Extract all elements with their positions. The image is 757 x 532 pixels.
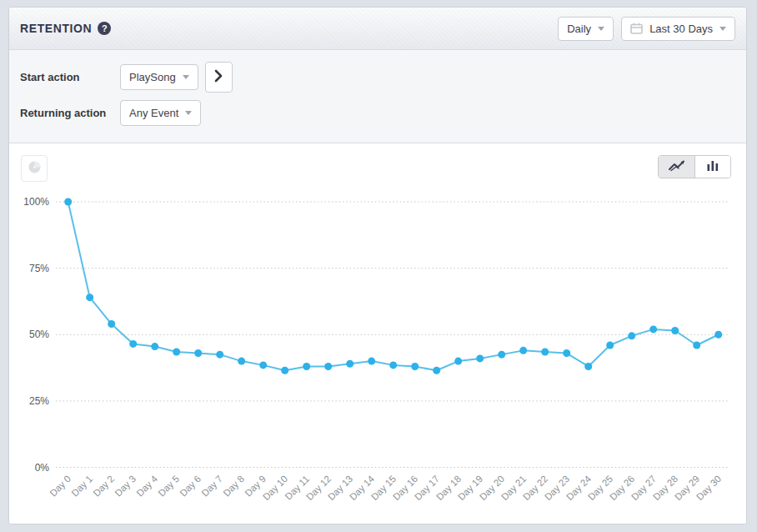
data-point[interactable] <box>151 343 158 350</box>
help-icon[interactable]: ? <box>98 22 111 35</box>
x-tick-label: Day 6 <box>178 474 203 499</box>
data-point[interactable] <box>584 363 592 370</box>
start-action-value: PlaySong <box>129 71 176 83</box>
y-tick-label: 0% <box>35 462 50 474</box>
data-point[interactable] <box>346 360 353 368</box>
title-wrap: RETENTION ? <box>20 22 111 35</box>
data-point[interactable] <box>476 354 484 362</box>
page-title: RETENTION <box>20 22 92 35</box>
data-point[interactable] <box>693 341 700 349</box>
data-point[interactable] <box>649 325 657 333</box>
data-point[interactable] <box>433 367 440 374</box>
granularity-dropdown[interactable]: Daily <box>558 17 614 41</box>
data-point[interactable] <box>64 198 72 206</box>
start-action-dropdown[interactable]: PlaySong <box>120 64 198 90</box>
data-point[interactable] <box>108 320 115 328</box>
x-tick-label: Day 30 <box>694 474 723 502</box>
retention-line <box>68 202 719 370</box>
x-tick-label: Day 8 <box>221 474 246 499</box>
data-point[interactable] <box>129 340 137 348</box>
data-point[interactable] <box>324 363 332 370</box>
data-point[interactable] <box>194 349 202 357</box>
data-point[interactable] <box>454 358 462 365</box>
returning-action-label: Returning action <box>20 107 120 119</box>
x-tick-label: Day 0 <box>48 474 73 499</box>
x-tick-label: Day 7 <box>199 474 224 499</box>
data-point[interactable] <box>498 351 505 359</box>
data-point[interactable] <box>606 341 614 349</box>
data-point[interactable] <box>389 361 397 369</box>
date-range-value: Last 30 Days <box>649 23 713 35</box>
x-tick-label: Day 5 <box>156 474 181 499</box>
data-point[interactable] <box>541 348 549 355</box>
data-point[interactable] <box>519 347 527 354</box>
header-controls: Daily Last 30 Days <box>558 17 735 41</box>
data-point[interactable] <box>671 327 679 334</box>
data-point[interactable] <box>238 358 245 365</box>
data-point[interactable] <box>368 358 375 365</box>
y-tick-label: 50% <box>29 329 49 340</box>
y-tick-label: 100% <box>23 196 49 208</box>
granularity-value: Daily <box>567 23 591 35</box>
actions-panel: Start action PlaySong Returning action A… <box>9 50 746 143</box>
data-point[interactable] <box>303 363 310 370</box>
calendar-icon <box>630 23 643 34</box>
data-point[interactable] <box>411 363 419 370</box>
chevron-right-icon <box>214 69 223 85</box>
expand-start-action-button[interactable] <box>205 62 233 93</box>
x-tick-label: Day 1 <box>69 474 94 499</box>
data-point[interactable] <box>563 349 570 357</box>
data-point[interactable] <box>86 294 93 301</box>
returning-action-value: Any Event <box>129 107 178 119</box>
x-tick-label: Day 4 <box>134 474 159 499</box>
data-point[interactable] <box>628 332 635 339</box>
start-action-label: Start action <box>20 71 120 83</box>
x-tick-label: Day 2 <box>91 474 116 499</box>
data-point[interactable] <box>173 348 180 355</box>
caret-down-icon <box>183 75 189 79</box>
x-tick-label: Day 10 <box>261 474 289 502</box>
data-point[interactable] <box>259 361 267 369</box>
card-header: RETENTION ? Daily Last 30 Days <box>9 8 746 50</box>
y-tick-label: 25% <box>29 395 49 407</box>
returning-action-row: Returning action Any Event <box>20 100 735 126</box>
date-range-dropdown[interactable]: Last 30 Days <box>621 17 735 41</box>
data-point[interactable] <box>714 331 722 339</box>
retention-line-chart: 0%25%50%75%100%Day 0Day 1Day 2Day 3Day 4… <box>9 143 746 524</box>
caret-down-icon <box>185 111 192 115</box>
data-point[interactable] <box>281 367 288 374</box>
data-point[interactable] <box>216 351 223 359</box>
retention-card: RETENTION ? Daily Last 30 Days <box>8 7 747 524</box>
chart-section: 0%25%50%75%100%Day 0Day 1Day 2Day 3Day 4… <box>9 143 746 524</box>
caret-down-icon <box>719 27 726 31</box>
returning-action-dropdown[interactable]: Any Event <box>120 100 201 126</box>
y-tick-label: 75% <box>29 263 49 274</box>
caret-down-icon <box>598 27 604 31</box>
x-tick-label: Day 3 <box>113 474 138 499</box>
start-action-row: Start action PlaySong <box>20 64 735 90</box>
